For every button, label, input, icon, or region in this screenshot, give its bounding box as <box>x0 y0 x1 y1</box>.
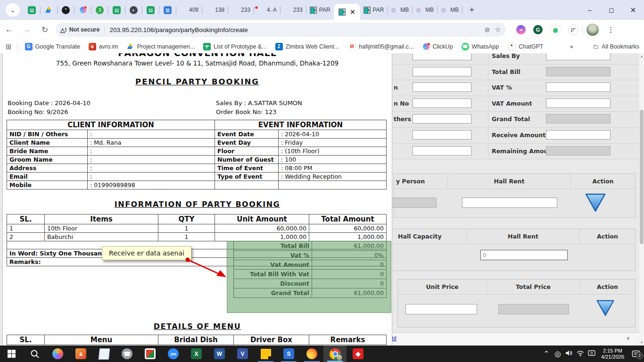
new-tab-button[interactable]: + <box>469 5 474 15</box>
browser-tab-strip: ⌄ ▤ * 3 ▤ ◐ ▤ ▥ 409 138 233 4. A 233 PAR… <box>0 0 644 20</box>
minimize-button[interactable]: – <box>579 6 601 14</box>
hall-rent-input[interactable] <box>462 197 557 208</box>
vat-amount-input[interactable] <box>546 99 611 108</box>
tab-5[interactable]: 233 <box>281 2 306 18</box>
bookmark-whatsapp[interactable]: ☎WhatsApp <box>462 43 499 50</box>
bijoy-icon[interactable] <box>139 346 162 362</box>
copilot-icon[interactable] <box>46 346 69 362</box>
tab-2[interactable]: 138 <box>202 2 228 18</box>
chrome-icon[interactable] <box>323 346 347 362</box>
unit-price-input[interactable] <box>405 304 477 314</box>
sales-by-input[interactable] <box>546 53 611 60</box>
monica-extension-icon[interactable]: ≈ <box>516 25 526 34</box>
pinned-tab-globe-icon[interactable]: ◐ <box>130 6 138 14</box>
clock[interactable]: 2:15 PM 4/21/2026 <box>601 348 624 360</box>
grammarly-extension-icon[interactable]: G <box>533 25 543 34</box>
s-app-icon[interactable]: S <box>277 346 300 362</box>
bookmarks-overflow-chevron[interactable]: » <box>570 43 573 50</box>
pinned-tab-docs-icon[interactable]: ▥ <box>164 6 172 14</box>
pinned-tab-sheets-icon[interactable]: ▤ <box>113 6 121 14</box>
hall-rent-input-2[interactable] <box>480 250 568 260</box>
pinned-tab-sheets-icon[interactable]: ▤ <box>28 6 36 14</box>
eye-extension-icon[interactable]: ◉ <box>550 25 561 35</box>
tab-1[interactable]: 409 <box>176 2 202 18</box>
pinned-tab-drive-icon[interactable] <box>45 6 53 14</box>
scroll-up-icon[interactable]: ▲ <box>639 55 644 58</box>
all-bookmarks[interactable]: 🗀 All Bookmarks <box>593 43 639 50</box>
record-icon[interactable]: ◎ <box>552 349 563 358</box>
tab-10[interactable]: ✿MB <box>438 2 462 18</box>
whatsapp-desktop-icon[interactable]: ☎ <box>116 346 139 362</box>
tab-4[interactable]: 4. A <box>254 2 280 18</box>
search-button[interactable] <box>23 346 46 362</box>
scrollbar-thumb[interactable] <box>640 110 644 244</box>
tray-chevron-icon[interactable]: ⌃ <box>541 349 552 358</box>
bookmark-chatgpt[interactable]: *ChatGPT <box>507 42 543 51</box>
anydesk-icon[interactable]: ◆ <box>347 346 370 362</box>
vat-percent-input[interactable] <box>546 82 611 92</box>
left-input[interactable] <box>413 53 471 60</box>
left-input[interactable] <box>413 146 471 156</box>
bookmark-star-icon[interactable]: ☆ <box>495 25 501 34</box>
close-window-button[interactable]: ✕ <box>622 6 644 15</box>
bookmark-gmail[interactable]: Mhafijmit05@gmail.c... <box>347 42 413 51</box>
tab-7[interactable]: PAR <box>360 2 388 18</box>
tab-label: 4. A <box>267 7 277 13</box>
tab-6[interactable]: PAR <box>306 2 334 18</box>
back-icon[interactable]: ← <box>0 25 18 34</box>
bookmark-zimbra[interactable]: ZZimbra Web Client... <box>275 43 339 50</box>
tab-3[interactable]: 233 <box>228 2 254 18</box>
bookmark-project-management[interactable]: Project managemen... <box>127 43 195 50</box>
profile-avatar[interactable] <box>586 24 599 36</box>
booking-form-panel: Sales By Total Bill n VAT % n No VAT Amo… <box>358 53 639 346</box>
tab-9[interactable]: ✿MB <box>413 2 437 18</box>
left-input[interactable] <box>413 114 471 123</box>
zoom-icon[interactable]: zm <box>162 346 185 362</box>
dropdown-triangle-icon[interactable] <box>585 193 606 214</box>
notepad-icon[interactable] <box>92 346 116 362</box>
pinned-tab-chatgpt-icon[interactable]: * <box>62 6 70 14</box>
left-input[interactable] <box>413 130 471 140</box>
party-booking-heading: INFORMATION OF PARTY BOOKING <box>3 200 392 209</box>
zoom-page-icon[interactable]: ⊘ <box>485 26 490 33</box>
pinned-tab-3cx-icon[interactable]: 3 <box>96 6 104 14</box>
reload-icon[interactable]: ↻ <box>36 25 54 35</box>
security-chip[interactable]: △! Not secure <box>60 26 105 33</box>
receive-amount-input[interactable] <box>546 130 611 140</box>
menu-heading: DETAILS OF MENU <box>3 322 392 331</box>
dropdown-triangle-icon[interactable] <box>596 299 615 319</box>
apps-grid-icon[interactable]: ⊞ <box>6 42 12 51</box>
firefox-icon[interactable] <box>300 346 323 362</box>
visio-icon[interactable]: V <box>231 346 254 362</box>
avro-keyboard-icon[interactable]: a <box>69 346 92 362</box>
tab-search-chevron-icon[interactable]: ⌄ <box>6 3 20 16</box>
excel-icon[interactable]: X <box>185 346 208 362</box>
left-input[interactable] <box>413 82 471 92</box>
wifi-icon[interactable] <box>575 350 586 358</box>
volume-icon[interactable] <box>563 350 575 358</box>
menu-kebab-icon[interactable]: ⋮ <box>607 25 614 34</box>
bookmark-google-translate[interactable]: GGoogle Translate <box>25 43 80 50</box>
active-tab[interactable]: ✕ <box>334 4 360 20</box>
maximize-button[interactable]: ◻ <box>601 6 622 14</box>
bookmark-list-of-prototype[interactable]: List of Prototype &... <box>203 43 267 50</box>
sticky-notes-icon[interactable] <box>254 346 277 362</box>
bookmark-clickup[interactable]: ClickUp <box>422 43 453 50</box>
extensions-puzzle-icon[interactable]: ◸ <box>568 25 578 35</box>
left-input[interactable] <box>413 67 471 76</box>
vertical-scrollbar[interactable]: ▲ ▼ <box>639 53 644 346</box>
bookmark-avro[interactable]: aavro.im <box>89 43 118 50</box>
action-center-icon[interactable]: 2 <box>628 350 644 358</box>
pinned-tab-sheets-icon[interactable]: ▤ <box>147 6 155 14</box>
close-tab-icon[interactable]: ✕ <box>350 8 355 16</box>
left-input[interactable] <box>413 99 471 108</box>
word-icon[interactable]: W <box>208 346 231 362</box>
hall-rent-table: y Person Hall Rent Action <box>394 173 636 218</box>
cast-icon[interactable] <box>586 350 597 358</box>
tab-8[interactable]: ✿MB <box>388 2 412 18</box>
scroll-down-icon[interactable]: ▼ <box>639 341 644 344</box>
pinned-tab-monica-icon[interactable] <box>79 6 87 14</box>
start-button[interactable] <box>0 346 23 362</box>
address-bar[interactable]: △! Not secure 203.95.220.106/paragon/par… <box>56 23 506 37</box>
forward-icon[interactable]: → <box>18 25 36 34</box>
